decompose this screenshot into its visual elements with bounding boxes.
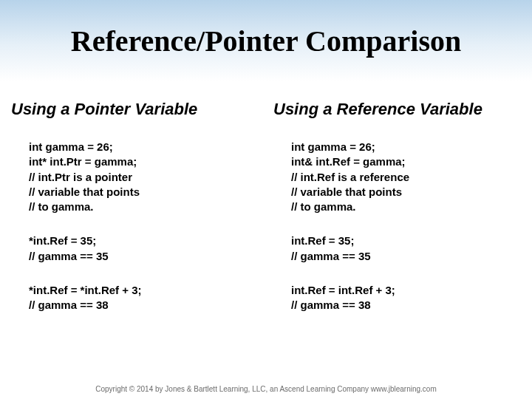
left-code-block-2: *int.Ref = 35; // gamma == 35 [11,233,259,264]
page-title: Reference/Pointer Comparison [71,24,461,58]
right-column: Using a Reference Variable int gamma = 2… [273,100,521,332]
right-code-block-1: int gamma = 26; int& int.Ref = gamma; //… [273,140,521,214]
right-code-block-2: int.Ref = 35; // gamma == 35 [273,233,521,264]
left-code-block-1: int gamma = 26; int* int.Ptr = gamma; //… [11,140,259,214]
copyright-footer: Copyright © 2014 by Jones & Bartlett Lea… [0,385,532,393]
right-code-block-3: int.Ref = int.Ref + 3; // gamma == 38 [273,283,521,313]
left-column-header: Using a Pointer Variable [11,100,259,119]
right-column-header: Using a Reference Variable [273,100,521,119]
left-code-block-3: *int.Ref = *int.Ref + 3; // gamma == 38 [11,283,259,313]
header-band: Reference/Pointer Comparison [0,0,532,81]
left-column: Using a Pointer Variable int gamma = 26;… [11,100,259,332]
content-columns: Using a Pointer Variable int gamma = 26;… [0,81,532,332]
